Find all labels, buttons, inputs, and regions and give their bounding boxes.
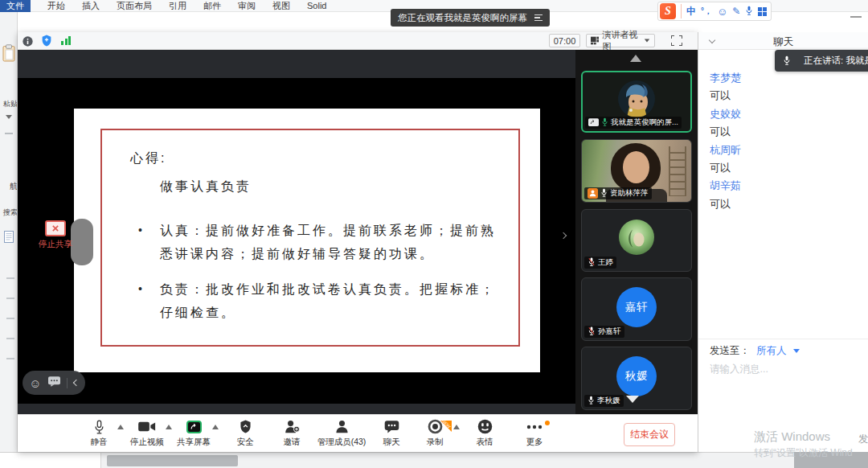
document-icon[interactable] [4, 231, 14, 246]
video-tile-avatar[interactable]: 嘉轩 孙嘉轩 [581, 277, 692, 341]
ribbon-divider [5, 133, 13, 134]
stop-share-label: 停止共享 [39, 239, 72, 250]
chat-message-input[interactable] [710, 362, 846, 376]
horizontal-scrollbar-thumb[interactable] [107, 455, 238, 466]
window-minimize-dash[interactable] [850, 16, 862, 18]
video-tile-screen-share[interactable]: 我就是英俊啊的屏... [581, 71, 692, 133]
slide-subtitle: 做事认真负责 [160, 179, 252, 195]
chat-sender: 史姣姣 [710, 105, 741, 123]
camera-icon [138, 419, 156, 434]
collapse-pill-chevron[interactable] [72, 380, 79, 386]
share-screen-icon [186, 419, 202, 434]
screen-share-badge-icon [588, 118, 599, 128]
more-button[interactable]: 更多 [506, 419, 563, 448]
slide-bullet-1-line-2: 悉讲课内容；提前做好辅导答疑的功课。 [160, 242, 496, 265]
reaction-smiley-icon[interactable]: ☺ [29, 377, 41, 389]
participant-video-panel: 我就是英俊啊的屏... 资助林萍萍 [575, 50, 698, 414]
chat-title: 聊天 [698, 35, 868, 49]
send-button[interactable]: 发 [858, 433, 868, 446]
now-speaking-toast: 正在讲话: 我就是 [775, 50, 868, 72]
word-tab-home[interactable]: 开始 [47, 0, 65, 12]
paste-button-label[interactable]: 粘贴 [0, 99, 18, 109]
participant-name: 王婷 [598, 257, 613, 268]
ime-voice-icon[interactable] [745, 4, 753, 18]
slide-bullet-2-line-2: 仔细检查。 [160, 301, 496, 324]
chat-label: 聊天 [383, 437, 400, 448]
word-tab-mailings[interactable]: 邮件 [203, 0, 221, 12]
stop-share-button[interactable]: 停止共享 [35, 220, 76, 250]
view-mode-selector[interactable]: 演讲者视图 [586, 34, 655, 47]
chat-sender: 李梦楚 [710, 69, 741, 87]
chat-message: 可以 [710, 195, 741, 213]
ime-toolbar: S 中 °， ☺ ✎ [657, 2, 772, 21]
word-document-edge [0, 453, 101, 468]
word-tab-review[interactable]: 审阅 [238, 0, 256, 12]
meeting-window: 07:00 演讲者视图 心得: 做事认真负责 认真：提前做好准备工作。提前联系老… [18, 32, 698, 452]
more-label: 更多 [526, 437, 543, 448]
slide-bullet-2: 负责：批改作业和批改试卷认真负责。把握标准； 仔细检查。 [138, 277, 496, 324]
windows-activation-watermark: 激活 Windows [754, 429, 830, 445]
tile-name-label: 我就是英俊啊的屏... [585, 117, 682, 129]
mic-muted-icon [588, 257, 596, 268]
ime-language-mode[interactable]: 中 [686, 6, 696, 16]
manage-members-label: 管理成员(43) [317, 437, 366, 448]
fullscreen-icon[interactable] [671, 35, 682, 46]
search-pane-label[interactable]: 搜索 [0, 207, 18, 218]
word-tab-solid[interactable]: Solid [307, 0, 326, 12]
emoji-button[interactable]: 表情 [457, 419, 513, 448]
share-screen-button[interactable]: 共享屏幕 [166, 419, 222, 448]
banner-menu-icon[interactable] [534, 14, 542, 22]
layout-icon [591, 36, 599, 45]
mic-icon [783, 54, 791, 68]
view-dropdown-caret [645, 39, 649, 43]
chat-sender: 胡辛茹 [710, 177, 741, 195]
ime-toolbox-icon[interactable] [758, 7, 767, 16]
avatar [583, 80, 690, 117]
chat-sender: 杭周昕 [710, 142, 741, 159]
send-to-row: 发送至： 所有人 [710, 344, 800, 358]
paste-dropdown-caret[interactable] [6, 115, 12, 119]
video-tile-avatar[interactable]: 王婷 [581, 209, 692, 272]
word-tab-references[interactable]: 引用 [169, 0, 186, 12]
ime-punctuation-icon[interactable]: °， [701, 7, 712, 15]
windows-activation-watermark-sub: 转到“设置”以激活 Wind [754, 446, 853, 460]
sogou-logo-icon[interactable]: S [660, 3, 676, 19]
nav-list-mark [6, 298, 14, 299]
more-dots-icon [526, 419, 542, 434]
participant-name: 我就是英俊啊的屏... [611, 117, 678, 128]
scroll-up-arrow[interactable] [630, 55, 641, 62]
tile-name-label: 李秋媛 [584, 395, 624, 407]
bullet-dot [138, 277, 160, 324]
network-signal-icon[interactable] [61, 36, 71, 45]
chat-message-list: 李梦楚 可以 史姣姣 可以 杭周昕 可以 胡辛茹 可以 [710, 69, 741, 213]
word-tab-insert[interactable]: 插入 [82, 0, 100, 12]
now-speaking-text: 正在讲话: 我就是 [804, 55, 868, 67]
reaction-pill: ☺ [23, 371, 85, 395]
caption-bubble-icon[interactable] [48, 376, 60, 390]
nav-pane-label[interactable]: 航 [0, 181, 18, 192]
word-tab-pagelayout[interactable]: 页面布局 [117, 0, 152, 12]
tile-name-label: 资助林萍萍 [584, 187, 652, 199]
record-button[interactable]: 录制 NEW [407, 419, 463, 448]
mic-on-icon [600, 188, 608, 199]
word-tab-file[interactable]: 文件 [0, 0, 31, 12]
nav-list-mark [6, 318, 14, 319]
clipboard-paste-icon[interactable] [2, 44, 15, 65]
chat-message: 可以 [710, 87, 741, 105]
nav-list-mark [6, 277, 14, 279]
view-mode-label: 演讲者视图 [602, 29, 641, 53]
video-tile-camera[interactable]: 资助林萍萍 [581, 139, 692, 203]
end-meeting-button[interactable]: 结束会议 [624, 423, 675, 446]
ime-handwriting-icon[interactable]: ✎ [732, 6, 740, 16]
meeting-toolbar: 静音 停止视频 共享屏幕 [18, 414, 698, 452]
scroll-down-arrow[interactable] [626, 396, 639, 403]
meeting-security-shield-icon[interactable] [41, 35, 52, 50]
send-to-selector[interactable]: 所有人 [756, 344, 787, 358]
chat-message: 可以 [710, 123, 741, 141]
chat-header: 聊天 [698, 32, 868, 50]
word-tab-view[interactable]: 视图 [272, 0, 290, 12]
meeting-info-icon[interactable] [23, 35, 33, 50]
ime-emoji-icon[interactable]: ☺ [717, 6, 727, 17]
send-to-caret[interactable] [793, 349, 800, 353]
host-badge-icon [588, 188, 598, 199]
